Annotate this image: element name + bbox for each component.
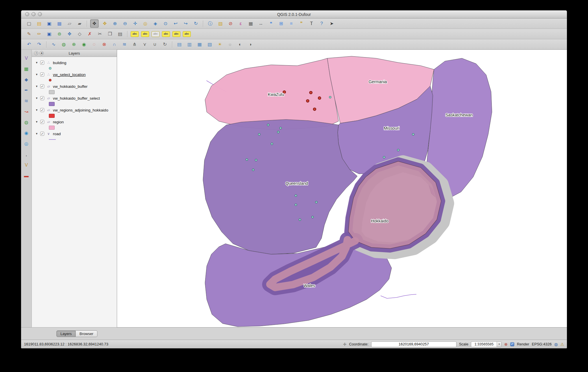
show-bookmarks-icon[interactable]: ≡ [287, 20, 295, 27]
layer-row-region[interactable]: ▼✓▱region [32, 119, 117, 125]
coordinate-input[interactable] [371, 341, 456, 347]
stop-rendering-icon[interactable]: ⊗ [504, 342, 508, 346]
zoom-window-button[interactable] [38, 12, 42, 16]
rotate-feature-icon[interactable]: ↻ [161, 40, 169, 48]
crs-status-icon[interactable]: ◍ [554, 342, 558, 346]
layer-symbol-swatch[interactable] [49, 139, 56, 140]
map-canvas[interactable]: KwaZuluGermaniaSaskatchewanMissouriQueen… [117, 50, 567, 327]
delete-ring-icon[interactable]: ◌ [90, 40, 98, 48]
add-feature-icon[interactable]: ⊚ [56, 30, 63, 38]
zoom-to-layer-icon[interactable]: ◈ [151, 20, 159, 27]
layer-symbol-swatch[interactable] [49, 79, 51, 81]
add-spatialite-layer-icon[interactable]: ✒ [23, 86, 30, 94]
layer-visibility-checkbox[interactable]: ✓ [40, 61, 44, 65]
reshape-features-icon[interactable]: ∩ [110, 40, 118, 48]
save-project-icon[interactable]: ▣ [45, 20, 53, 27]
layer-symbol-swatch[interactable] [49, 90, 55, 94]
split-parts-icon[interactable]: ⋎ [141, 40, 149, 48]
histogram-stretch-local-icon[interactable]: ▤ [175, 40, 183, 48]
add-wcs-layer-icon[interactable]: ◉ [23, 129, 30, 137]
layer-visibility-checkbox[interactable]: ✓ [40, 84, 44, 88]
layer-symbol-swatch[interactable] [49, 102, 55, 106]
annotation-icon[interactable]: T [308, 20, 315, 27]
zoom-in-icon[interactable]: ⊕ [111, 20, 119, 27]
layer-row-vw_regions_adjoining_hokkaido[interactable]: ▼✓▱vw_regions_adjoining_hokkaido [32, 107, 117, 113]
label-pin-icon[interactable]: abc [141, 31, 149, 37]
layer-row-vw_select_location[interactable]: ▼✓∴vw_select_location [32, 71, 117, 78]
panel-float-icon[interactable]: ◉ [40, 51, 44, 55]
zoom-to-selection-icon[interactable]: ◎ [141, 20, 149, 27]
layer-row-building[interactable]: ▼✓∴building [32, 59, 117, 66]
label-rotate-icon[interactable]: abc [172, 31, 180, 37]
scale-dropdown-icon[interactable]: ▾ [497, 342, 501, 347]
redo-icon[interactable]: ↷ [35, 40, 43, 48]
tab-layers[interactable]: Layers [56, 330, 76, 337]
new-print-composer-icon[interactable]: ▱ [66, 20, 73, 27]
label-highlight-icon[interactable]: abc [151, 31, 160, 37]
layer-visibility-checkbox[interactable]: ✓ [40, 132, 44, 136]
refresh-map-icon[interactable]: ↻ [192, 20, 200, 27]
minimize-window-button[interactable] [32, 12, 36, 16]
cut-features-icon[interactable]: ✂ [96, 30, 104, 38]
copy-features-icon[interactable]: ❐ [106, 30, 114, 38]
disclosure-triangle-icon[interactable]: ▼ [35, 132, 38, 135]
layer-row-vw_hokkaido_buffer[interactable]: ▼✓▱vw_hokkaido_buffer [32, 83, 117, 90]
add-raster-layer-icon[interactable]: ▦ [23, 65, 30, 73]
add-delimited-text-layer-icon[interactable]: , [23, 150, 30, 158]
add-wms-layer-icon[interactable]: ◍ [23, 118, 30, 126]
delete-selected-icon[interactable]: ✗ [86, 30, 94, 38]
open-attribute-table-icon[interactable]: ▦ [247, 20, 255, 27]
decrease-brightness-icon[interactable]: ☼ [226, 40, 234, 48]
add-part-icon[interactable]: ⊕ [70, 40, 78, 48]
remove-layer-icon[interactable]: ▬ [23, 172, 30, 180]
undo-icon[interactable]: ↶ [25, 40, 33, 48]
close-window-button[interactable] [25, 12, 29, 16]
layer-row-road[interactable]: ▼✓∨road [32, 131, 117, 137]
layer-name[interactable]: region [53, 120, 64, 124]
delete-part-icon[interactable]: ⊗ [100, 40, 108, 48]
increase-contrast-icon[interactable]: ◐ [236, 40, 244, 48]
paste-features-icon[interactable]: ▤ [116, 30, 124, 38]
simplify-feature-icon[interactable]: ∿ [50, 40, 58, 48]
zoom-native-resolution-icon[interactable]: ⊙ [162, 20, 169, 27]
select-features-icon[interactable]: ▧ [217, 20, 224, 27]
title-bar[interactable]: QGIS 2.0.1-Dufour [21, 10, 567, 18]
layer-name[interactable]: vw_hokkaido_buffer_select [53, 96, 100, 101]
new-project-icon[interactable]: ▢ [25, 20, 33, 27]
identify-features-icon[interactable]: ⓘ [206, 20, 214, 27]
toggle-extents-icon[interactable]: ✛ [343, 342, 347, 346]
cumulative-stretch-local-icon[interactable]: ▦ [196, 40, 204, 48]
split-features-icon[interactable]: ⋔ [131, 40, 138, 48]
layer-name[interactable]: road [53, 132, 61, 136]
decrease-contrast-icon[interactable]: ◑ [246, 40, 254, 48]
disclosure-triangle-icon[interactable]: ▼ [35, 73, 38, 76]
zoom-next-icon[interactable]: ↪ [182, 20, 190, 27]
label-properties-icon[interactable]: abc [183, 31, 191, 37]
add-oracle-layer-icon[interactable]: ↝ [23, 108, 30, 116]
add-vector-layer-icon[interactable]: V [23, 54, 30, 62]
pan-map-icon[interactable]: ✥ [90, 19, 99, 28]
deselect-all-icon[interactable]: ⊘ [227, 20, 234, 27]
scale-combo[interactable]: 1:33565585 ▾ [471, 341, 502, 347]
layer-visibility-checkbox[interactable]: ✓ [40, 108, 44, 112]
disclosure-triangle-icon[interactable]: ▼ [35, 97, 38, 100]
measure-line-icon[interactable]: ↔ [257, 20, 265, 27]
zoom-full-extent-icon[interactable]: ✛ [131, 20, 139, 27]
disclosure-triangle-icon[interactable]: ▼ [35, 120, 38, 123]
layer-name[interactable]: vw_hokkaido_buffer [53, 84, 88, 89]
help-contents-icon[interactable]: ? [318, 20, 326, 27]
save-layer-edits-icon[interactable]: ▣ [45, 30, 53, 38]
new-shapefile-layer-icon[interactable]: V [23, 161, 30, 169]
layer-name[interactable]: vw_regions_adjoining_hokkaido [53, 108, 108, 112]
layer-visibility-checkbox[interactable]: ✓ [40, 72, 44, 77]
add-ring-icon[interactable]: ◍ [60, 40, 68, 48]
move-feature-icon[interactable]: ✥ [66, 30, 73, 38]
fill-ring-icon[interactable]: ◉ [80, 40, 88, 48]
disclosure-triangle-icon[interactable]: ▼ [35, 85, 38, 88]
disclosure-triangle-icon[interactable]: ▼ [35, 61, 38, 64]
text-annotation-icon[interactable]: ❞ [297, 20, 305, 27]
composer-manager-icon[interactable]: ▰ [76, 20, 84, 27]
log-messages-icon[interactable]: ⚠ [560, 342, 564, 346]
layer-symbol-swatch[interactable] [49, 114, 55, 118]
node-tool-icon[interactable]: ◇ [76, 30, 84, 38]
